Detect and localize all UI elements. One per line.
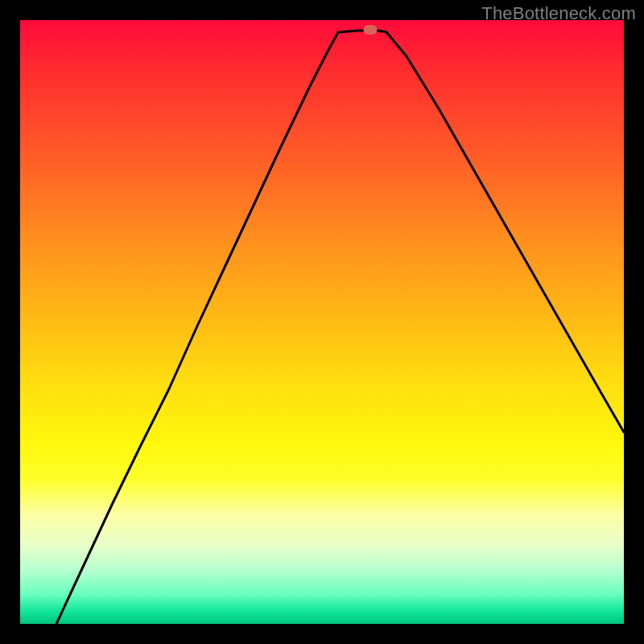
plot-area	[20, 20, 624, 624]
watermark-text: TheBottleneck.com	[481, 3, 636, 24]
optimum-marker	[364, 25, 378, 35]
curve-svg	[20, 20, 624, 624]
bottleneck-curve	[56, 31, 624, 624]
chart-frame: TheBottleneck.com	[0, 0, 644, 644]
